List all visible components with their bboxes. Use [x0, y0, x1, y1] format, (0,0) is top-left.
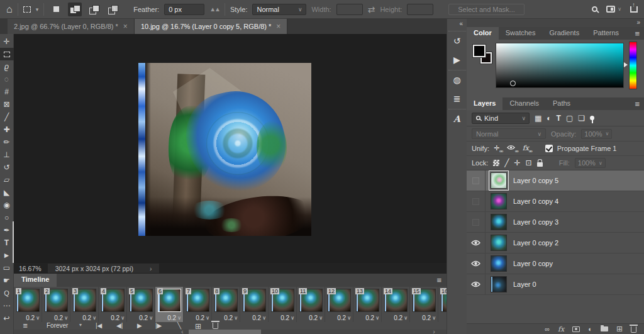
- first-frame-button[interactable]: [96, 322, 102, 329]
- fill-value-box[interactable]: 100%: [575, 158, 606, 168]
- blend-mode-dropdown[interactable]: Normal: [472, 128, 546, 139]
- intersect-selection-button[interactable]: [106, 3, 119, 16]
- layer-thumbnail[interactable]: [491, 172, 507, 189]
- timeline-frame[interactable]: 120.2: [325, 287, 353, 322]
- layer-effects-icon[interactable]: fx: [558, 325, 564, 333]
- document-tab[interactable]: 2.jpg @ 66.7% (Layer 0, RGB/8) *: [8, 19, 135, 34]
- history-brush-tool[interactable]: ↺: [0, 161, 14, 174]
- libraries-panel-icon[interactable]: [449, 72, 465, 87]
- visibility-cell[interactable]: [467, 274, 486, 294]
- filter-kind-dropdown[interactable]: Kind: [472, 113, 530, 124]
- layer-thumbnail[interactable]: [491, 235, 507, 251]
- tab-gradients[interactable]: Gradients: [542, 27, 586, 40]
- frame-duration[interactable]: 0.2: [82, 315, 96, 321]
- crop-tool[interactable]: #: [0, 86, 14, 98]
- frame-duration[interactable]: 0.2: [139, 315, 153, 321]
- layer-name[interactable]: Layer 0 copy 2: [513, 239, 558, 247]
- visibility-cell[interactable]: [467, 233, 486, 253]
- smudge-tool[interactable]: ◉: [0, 199, 14, 211]
- panel-menu-icon[interactable]: [635, 29, 640, 38]
- saturation-brightness-field[interactable]: [496, 43, 624, 88]
- rectangular-marquee-tool[interactable]: [0, 48, 14, 60]
- feather-input[interactable]: 0 px: [164, 4, 204, 15]
- timeline-frame[interactable]: 30.2: [70, 287, 99, 322]
- play-button[interactable]: [137, 322, 142, 329]
- timeline-frame[interactable]: 100.2: [269, 287, 297, 322]
- new-selection-button[interactable]: [49, 3, 63, 16]
- layer-thumbnail[interactable]: [491, 193, 507, 209]
- tab-patterns[interactable]: Patterns: [586, 27, 626, 40]
- hue-slider[interactable]: [629, 42, 637, 89]
- foreground-color-swatch[interactable]: [473, 45, 486, 57]
- tab-channels[interactable]: Channels: [502, 97, 545, 110]
- scrollbar-thumb[interactable]: [189, 330, 261, 334]
- timeline-frame[interactable]: 150.2: [410, 287, 438, 322]
- width-input[interactable]: [336, 4, 363, 15]
- character-panel-icon[interactable]: A: [449, 111, 465, 126]
- zoom-tool[interactable]: Q: [0, 287, 14, 299]
- frame-duration[interactable]: 0.2: [280, 315, 294, 321]
- layer-name[interactable]: Layer 0 copy: [513, 260, 553, 267]
- filter-smart-objects-icon[interactable]: [578, 114, 585, 123]
- close-icon[interactable]: [123, 22, 128, 31]
- timeline-frame[interactable]: 140.2: [382, 287, 410, 322]
- layer-mask-icon[interactable]: [572, 326, 580, 332]
- timeline-frame[interactable]: 110.2: [297, 287, 325, 322]
- add-to-selection-button[interactable]: [68, 3, 82, 16]
- new-layer-icon[interactable]: [616, 325, 623, 333]
- hue-slider-arrow[interactable]: [624, 62, 628, 67]
- clone-stamp-tool[interactable]: ⊥: [0, 148, 14, 161]
- layer-row-selected[interactable]: Layer 0 copy 5: [467, 170, 644, 191]
- frame-duration[interactable]: 0.2: [54, 315, 68, 321]
- frame-duration[interactable]: 0.2: [167, 315, 181, 321]
- path-selection-tool[interactable]: ►: [0, 249, 14, 262]
- subtract-from-selection-button[interactable]: [87, 3, 101, 16]
- unify-effects-icon[interactable]: fxoo: [523, 144, 532, 153]
- close-icon[interactable]: [276, 22, 280, 31]
- anti-alias-icon[interactable]: [209, 6, 219, 13]
- frame-duration[interactable]: 0.2: [196, 315, 209, 321]
- delete-frame-icon[interactable]: [213, 321, 218, 330]
- opacity-value-box[interactable]: 100%: [581, 129, 612, 139]
- lock-all-icon[interactable]: [537, 162, 543, 167]
- rectangle-tool[interactable]: ▭: [0, 262, 14, 274]
- layer-row[interactable]: Layer 0 copy 3: [467, 212, 644, 233]
- visibility-cell[interactable]: [467, 253, 486, 274]
- next-frame-button[interactable]: [155, 322, 162, 329]
- filter-shape-layers-icon[interactable]: [566, 114, 573, 123]
- propagate-checkbox[interactable]: [545, 145, 553, 152]
- hand-tool[interactable]: ☛: [0, 274, 14, 287]
- link-layers-icon[interactable]: [545, 325, 550, 333]
- document-size-box[interactable]: 3024 px x 3024 px (72 ppi): [48, 264, 160, 273]
- layer-row[interactable]: Layer 0 copy 2: [467, 233, 644, 253]
- lock-position-icon[interactable]: ✛: [514, 159, 521, 167]
- move-tool[interactable]: ✛: [0, 35, 14, 48]
- frame-duration[interactable]: 0.2: [252, 315, 266, 321]
- dodge-tool[interactable]: ○: [0, 211, 14, 224]
- timeline-frame[interactable]: 50.2: [127, 287, 155, 322]
- filter-adjustment-layers-icon[interactable]: [547, 114, 551, 123]
- quick-selection-tool[interactable]: ◌: [0, 73, 14, 86]
- tab-swatches[interactable]: Swatches: [499, 27, 543, 40]
- gradient-tool[interactable]: ◣: [0, 186, 14, 199]
- swap-width-height-icon[interactable]: [368, 4, 375, 14]
- loop-dropdown[interactable]: Forever: [47, 322, 68, 329]
- tab-timeline[interactable]: Timeline: [14, 274, 57, 287]
- timeline-scrollbar[interactable]: [14, 330, 447, 334]
- history-panel-icon[interactable]: [449, 33, 465, 48]
- lock-paint-icon[interactable]: ╱: [504, 159, 509, 167]
- search-icon[interactable]: [592, 6, 597, 12]
- frame-duration[interactable]: 0.2: [394, 315, 408, 321]
- tab-paths[interactable]: Paths: [546, 97, 577, 110]
- filter-toggle-icon[interactable]: [590, 116, 594, 120]
- edit-toolbar-button[interactable]: ⋯: [0, 299, 14, 312]
- lock-transparency-icon[interactable]: [493, 160, 499, 166]
- eyedropper-tool[interactable]: ╱: [0, 111, 14, 123]
- visibility-cell[interactable]: [467, 170, 486, 191]
- filter-pixel-layers-icon[interactable]: [535, 114, 541, 123]
- marquee-tool-preset-icon[interactable]: [23, 6, 31, 13]
- clone-source-panel-icon[interactable]: [449, 91, 465, 106]
- chevron-down-icon[interactable]: [36, 6, 39, 13]
- frame-duration[interactable]: 0.2: [365, 315, 379, 321]
- tab-color[interactable]: Color: [467, 27, 499, 40]
